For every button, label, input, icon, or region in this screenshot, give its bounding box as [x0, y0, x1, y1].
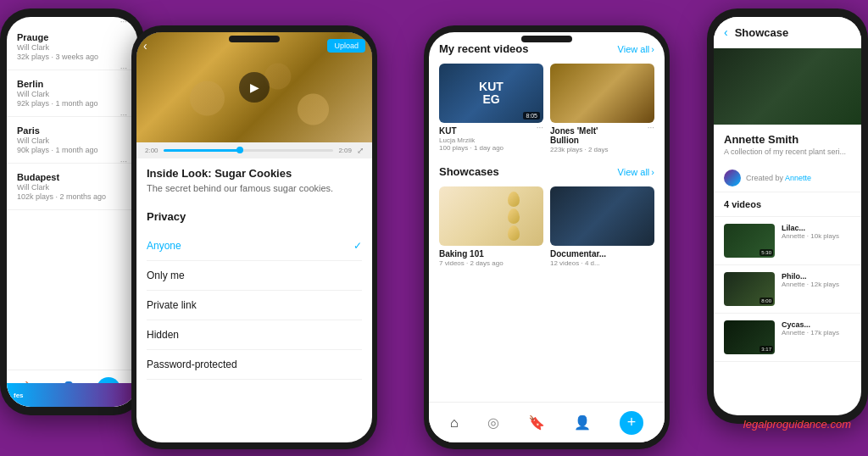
creator-label: Created by Annette — [746, 174, 811, 182]
item-stats: 92k plays · 1 month ago — [17, 99, 127, 108]
sc-vid-name-3: Cycas... — [782, 320, 839, 329]
item-menu[interactable]: ··· — [120, 64, 127, 73]
privacy-option[interactable]: Anyone ✓ — [147, 231, 362, 261]
right-phone: ‹ Showcase Annette Smith A collection of… — [707, 8, 868, 424]
jones-sub: 223k plays · 2 days — [550, 146, 654, 153]
privacy-option-text: Hidden — [147, 329, 179, 341]
sc-duration-3: 3:17 — [760, 346, 773, 353]
egg-3 — [508, 225, 520, 241]
center-right-screen: My recent videos View all › KUTEG 8:05 ·… — [429, 32, 665, 442]
item-title: Prauge — [17, 32, 127, 42]
user-nav-icon[interactable]: 👤 — [574, 414, 591, 431]
kut-menu[interactable]: ··· — [537, 123, 543, 132]
progress-track[interactable] — [164, 149, 334, 152]
showcase-header-title: Showcase — [735, 26, 789, 39]
kut-thumbnail[interactable]: KUTEG 8:05 — [439, 64, 543, 123]
view-all-showcases[interactable]: View all › — [618, 167, 654, 177]
item-creator: Will Clark — [17, 183, 127, 192]
showcase-card-doc: Documentar... 12 videos · 4 d... — [550, 186, 654, 267]
sc-vid-thumb-3[interactable]: 3:17 — [724, 320, 775, 354]
check-icon: ✓ — [353, 240, 362, 252]
list-item[interactable]: ··· Berlin Will Clark 92k plays · 1 mont… — [7, 70, 137, 117]
item-title: Berlin — [17, 79, 127, 89]
video-info: Inside Look: Sugar Cookies The secret be… — [136, 158, 372, 202]
back-button[interactable]: ‹ — [724, 25, 728, 39]
sc-vid-thumb-1[interactable]: 5:30 — [724, 224, 775, 258]
item-menu[interactable]: ··· — [120, 157, 127, 166]
recent-videos-header: My recent videos View all › — [439, 42, 654, 55]
sc-vid-name-1: Lilac... — [782, 224, 839, 232]
showcase-card-baking: Baking 101 7 videos · 2 days ago — [439, 186, 543, 267]
privacy-option[interactable]: Only me — [147, 261, 362, 291]
doc-thumbnail[interactable] — [550, 186, 654, 246]
sc-video-item-2: 8:00 Philo... Annette · 12k plays — [714, 265, 861, 314]
privacy-option-text: Anyone — [147, 240, 181, 252]
jones-title: Jones 'Melt'Bullion — [550, 126, 654, 145]
add-button[interactable]: + — [620, 411, 643, 435]
list-item[interactable]: ··· Prauge Will Clark 32k plays · 3 week… — [7, 24, 137, 70]
item-menu[interactable]: ··· — [120, 110, 127, 120]
sc-vid-thumb-2[interactable]: 8:00 — [724, 272, 775, 306]
privacy-option[interactable]: Password-protected — [147, 350, 362, 380]
upload-button[interactable]: Upload — [327, 39, 365, 53]
center-left-phone: ‹ ▶ Upload 2:00 2:09 ⤢ Inside Look: Suga… — [131, 25, 377, 449]
showcases-title: Showcases — [439, 165, 499, 178]
sc-vid-sub-1: Annette · 10k plays — [782, 232, 839, 240]
view-all-recent[interactable]: View all › — [618, 44, 654, 54]
video-card-kut: KUTEG 8:05 ··· KUT Lucja Mrziik100 plays… — [439, 64, 543, 153]
recent-videos-title: My recent videos — [439, 42, 529, 55]
home-icon[interactable]: ⌂ — [450, 415, 459, 431]
notch — [229, 36, 280, 42]
privacy-section: Privacy Anyone ✓ Only me Private link Hi… — [136, 202, 372, 388]
showcase-hero-image — [714, 48, 861, 125]
play-button[interactable]: ▶ — [239, 72, 270, 103]
sc-video-item-3: 3:17 Cycas... Annette · 17k plays — [714, 314, 861, 362]
egg-2 — [508, 209, 520, 224]
privacy-option[interactable]: Hidden — [147, 320, 362, 350]
jones-thumbnail[interactable] — [550, 64, 654, 123]
jones-menu[interactable]: ··· — [648, 123, 654, 132]
left-phone-screen: ··· Prauge Will Clark 32k plays · 3 week… — [7, 17, 137, 407]
egg-1 — [508, 192, 520, 207]
time-total: 2:09 — [338, 147, 352, 154]
sc-vid-info-1: Lilac... Annette · 10k plays — [782, 224, 839, 240]
sc-video-list: 5:30 Lilac... Annette · 10k plays 8:00 P… — [714, 217, 861, 362]
privacy-option-text: Private link — [147, 299, 197, 311]
item-creator: Will Clark — [17, 136, 127, 145]
creator-avatar — [724, 170, 741, 186]
watermark: legalproguidance.com — [743, 418, 851, 431]
sc-vid-sub-3: Annette · 17k plays — [782, 329, 839, 336]
fullscreen-icon[interactable]: ⤢ — [357, 146, 364, 155]
item-menu[interactable]: ··· — [120, 17, 127, 26]
item-title: Paris — [17, 125, 127, 136]
list-item[interactable]: ··· Budapest Will Clark 102k plays · 2 m… — [7, 164, 137, 210]
sc-vid-name-2: Philo... — [782, 272, 839, 281]
showcase-cards: Baking 101 7 videos · 2 days ago Documen… — [439, 186, 654, 267]
compass-icon[interactable]: ◎ — [487, 414, 499, 431]
list-item[interactable]: ··· Paris Will Clark 90k plays · 1 month… — [7, 117, 137, 164]
bottom-bar-label: fes — [14, 392, 24, 399]
sc-vid-info-2: Philo... Annette · 12k plays — [782, 272, 839, 288]
kut-title: KUT — [439, 126, 543, 136]
video-title: Inside Look: Sugar Cookies — [147, 167, 362, 180]
progress-fill — [164, 149, 240, 152]
video-player: ‹ ▶ Upload — [136, 32, 372, 142]
video-progress-bar: 2:00 2:09 ⤢ — [136, 142, 372, 158]
video-back-button[interactable]: ‹ — [143, 39, 147, 53]
left-phone: ··· Prauge Will Clark 32k plays · 3 week… — [0, 8, 144, 415]
sc-duration-2: 8:00 — [760, 298, 773, 304]
bookmark-nav-icon[interactable]: 🔖 — [528, 414, 545, 431]
showcase-creator: Created by Annette — [714, 164, 861, 192]
privacy-option[interactable]: Private link — [147, 291, 362, 320]
right-phone-screen: ‹ Showcase Annette Smith A collection of… — [714, 17, 861, 415]
notch — [521, 36, 572, 42]
baking-title: Baking 101 — [439, 249, 543, 259]
kut-sub: Lucja Mrziik100 plays · 1 day ago — [439, 136, 543, 152]
bottom-nav: ⌂ ◎ 🔖 👤 + — [429, 402, 665, 442]
showcases-header: Showcases View all › — [439, 165, 654, 178]
bottom-bar: fes — [7, 383, 137, 407]
sc-duration-1: 5:30 — [760, 249, 773, 256]
egg-stack — [501, 186, 526, 246]
baking-thumbnail[interactable] — [439, 186, 543, 246]
privacy-label: Privacy — [147, 210, 362, 223]
